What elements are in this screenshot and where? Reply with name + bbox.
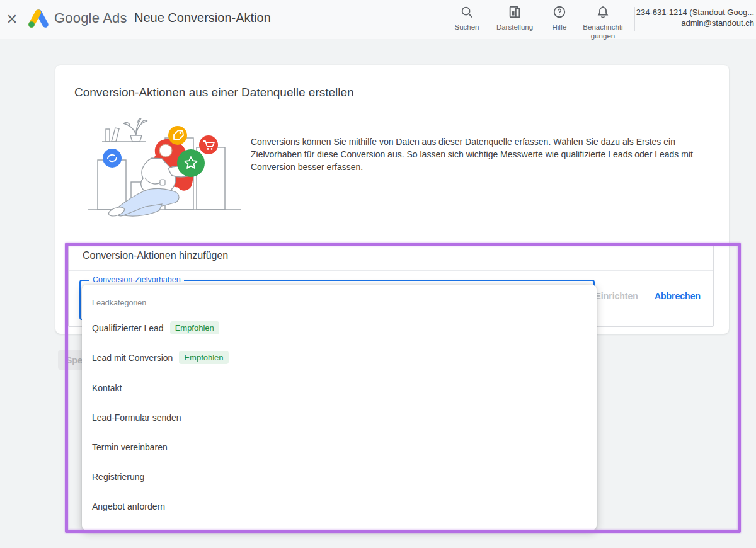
dropdown-item-lead-formular-senden[interactable]: Lead-Formular senden	[82, 405, 597, 430]
cancel-button[interactable]: Abbrechen	[655, 291, 701, 301]
sync-bubble	[103, 149, 122, 168]
conversion-goal-select-label: Conversion-Zielvorhaben	[89, 275, 184, 284]
brand-name: Google Ads	[54, 10, 127, 26]
goal-dropdown-menu: Leadkategorien Qualifizierter LeadEmpfoh…	[82, 285, 597, 530]
account-id: 234-631-1214 (Standout Goog...	[636, 8, 754, 18]
header-divider-2	[634, 7, 635, 31]
cart-bubble	[199, 135, 218, 154]
conversion-illustration	[85, 114, 246, 229]
page: ✕ Google Ads Neue Conversion-Aktion Such…	[0, 0, 756, 548]
account-email: admin@standout.ch	[636, 18, 754, 29]
nav-notifications-label: Benachrichtigungen	[576, 23, 629, 40]
dropdown-item-termin-vereinbaren[interactable]: Termin vereinbaren	[82, 435, 597, 460]
form-row-buttons: Einrichten Abbrechen	[595, 291, 701, 301]
dropdown-item-qualifizierter-lead[interactable]: Qualifizierter LeadEmpfohlen	[82, 316, 597, 341]
card-title: Conversion-Aktionen aus einer Datenquell…	[74, 86, 354, 100]
dropdown-group-label: Leadkategorien	[92, 299, 146, 307]
dropdown-item-angebot-anfordern[interactable]: Angebot anfordern	[82, 494, 597, 519]
recommended-badge: Empfohlen	[179, 351, 228, 364]
nav-search[interactable]: Suchen	[440, 5, 493, 31]
section-title: Conversion-Aktionen hinzufügen	[83, 250, 228, 261]
star-bubble	[177, 149, 205, 177]
tag-bubble	[168, 126, 187, 145]
section-divider	[69, 270, 713, 271]
setup-button[interactable]: Einrichten	[595, 291, 638, 301]
recommended-badge: Empfohlen	[170, 321, 219, 334]
nav-search-label: Suchen	[440, 23, 493, 31]
account-info[interactable]: 234-631-1214 (Standout Goog... admin@sta…	[636, 8, 754, 28]
top-app-bar: ✕ Google Ads Neue Conversion-Aktion Such…	[0, 0, 756, 39]
card-description: Conversions können Sie mithilfe von Date…	[251, 135, 701, 173]
appearance-chart-icon	[508, 5, 522, 19]
bell-icon	[596, 5, 610, 19]
close-icon[interactable]: ✕	[4, 11, 20, 28]
dropdown-item-kontakt[interactable]: Kontakt	[82, 375, 597, 401]
help-icon	[553, 5, 566, 19]
dropdown-item-registrierung[interactable]: Registrierung	[82, 464, 597, 489]
dropdown-item-lead-mit-conversion[interactable]: Lead mit ConversionEmpfohlen	[82, 345, 597, 370]
google-ads-logo-icon	[26, 7, 50, 32]
search-icon	[460, 5, 474, 19]
header-divider	[122, 6, 122, 33]
nav-notifications[interactable]: Benachrichtigungen	[576, 5, 629, 40]
page-title: Neue Conversion-Aktion	[134, 11, 271, 25]
